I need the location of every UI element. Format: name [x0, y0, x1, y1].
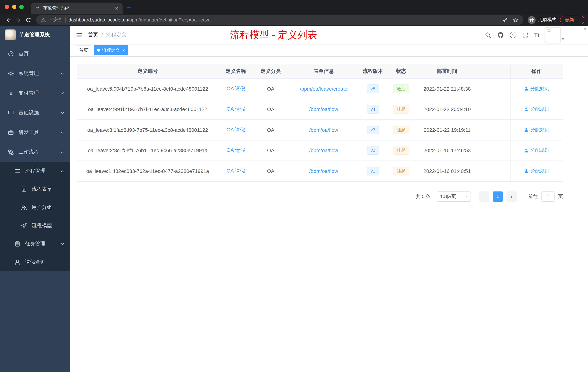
monitor-icon	[8, 110, 14, 116]
assign-rule-link[interactable]: 分配规则	[524, 168, 549, 174]
user-icon	[524, 87, 529, 91]
sidebar-item-process-management[interactable]: 流程管理	[0, 162, 70, 180]
user-icon	[524, 107, 529, 112]
next-page-button[interactable]: ›	[506, 191, 517, 201]
definition-name-link[interactable]: OA 请假	[227, 127, 245, 132]
browser-menu-icon[interactable]: ⋮	[577, 17, 581, 22]
window-close-button[interactable]	[5, 5, 9, 9]
tag-home[interactable]: 首页	[76, 45, 91, 55]
address-bar[interactable]: 不安全 dashboard.yudao.iocoder.cn/bpm/manag…	[36, 15, 523, 25]
favicon-icon	[35, 6, 40, 11]
table-row: oa_leave:4:991f2193-7b7f-11ec-a3c8-acde4…	[77, 99, 563, 120]
main-area: 首页 / 流程定义 流程模型 - 定义列表 ? Tt ▾	[70, 26, 588, 372]
window-zoom-button[interactable]	[19, 5, 24, 9]
document-icon	[21, 186, 27, 192]
sidebar-item-system[interactable]: 系统管理	[0, 64, 70, 83]
reload-button[interactable]	[23, 15, 33, 25]
column-header-category: 定义分类	[253, 68, 288, 75]
new-tab-button[interactable]: +	[127, 3, 131, 10]
github-icon[interactable]	[497, 32, 504, 38]
form-link[interactable]: /bpm/oa/flow	[309, 168, 338, 174]
cell-definition-id: oa_leave:4:991f2193-7b7f-11ec-a3c8-acde4…	[77, 107, 218, 112]
page-number-button[interactable]: 1	[493, 191, 503, 201]
sidebar-item-process-model[interactable]: 流程模型	[0, 217, 70, 235]
incognito-badge: 无痕模式	[528, 16, 556, 24]
panel-caret-icon[interactable]: ▾	[584, 27, 586, 32]
cell-deploy-time: 2022-01-22 20:34:10	[416, 107, 479, 112]
form-link[interactable]: /bpm/oa/flow	[309, 127, 338, 133]
assign-rule-link[interactable]: 分配规则	[524, 106, 549, 113]
browser-tab[interactable]: 芋道管理系统 ×	[31, 2, 123, 14]
sidebar-item-user-group[interactable]: 用户分组	[0, 198, 70, 217]
password-key-icon[interactable]	[502, 17, 508, 23]
back-button[interactable]	[4, 15, 13, 25]
sidebar-item-task-management[interactable]: 任务管理	[0, 235, 70, 253]
sidebar-item-infra[interactable]: 基础设施	[0, 103, 70, 123]
status-badge: 挂起	[393, 146, 409, 155]
sidebar-item-leave-query[interactable]: 请假查询	[0, 253, 70, 271]
text-size-icon[interactable]: Tt	[534, 32, 539, 38]
page-title-annotation: 流程模型 - 定义列表	[230, 28, 317, 42]
fullscreen-icon[interactable]	[522, 32, 529, 38]
dashboard-icon	[8, 51, 14, 57]
chevron-down-icon	[60, 242, 64, 246]
page-unit-label: 页	[558, 193, 563, 200]
avatar-dropdown[interactable]: ▾	[545, 27, 564, 43]
definition-name-link[interactable]: OA 请假	[227, 168, 245, 174]
tag-process-definition[interactable]: 流程定义 ×	[94, 45, 128, 55]
page-size-select[interactable]: 10条/页 ▾	[437, 191, 471, 201]
window-minimize-button[interactable]	[12, 5, 16, 9]
hamburger-icon[interactable]	[76, 32, 83, 38]
version-badge: v4	[367, 105, 379, 114]
avatar[interactable]	[545, 27, 561, 43]
tag-close-icon[interactable]: ×	[122, 48, 125, 53]
breadcrumb-home[interactable]: 首页	[88, 32, 98, 38]
url-path: /bpm/manager/definition?key=oa_leave	[128, 17, 211, 22]
forward-button[interactable]	[13, 15, 23, 25]
help-icon[interactable]: ?	[510, 32, 516, 38]
sidebar-logo[interactable]: 芋道管理系统	[0, 26, 70, 44]
cell-category: OA	[253, 148, 288, 153]
active-dot	[97, 49, 100, 52]
tab-close-icon[interactable]: ×	[115, 5, 118, 11]
chevron-down-icon	[60, 72, 64, 76]
sidebar-item-home[interactable]: 首页	[0, 44, 70, 64]
goto-page-input[interactable]	[541, 191, 555, 201]
yen-icon: ¥	[8, 90, 14, 96]
form-link[interactable]: /bpm/oa/flow	[309, 107, 338, 112]
paper-plane-icon	[21, 223, 27, 229]
column-header-status: 状态	[387, 68, 416, 75]
sidebar-item-devtools[interactable]: 研发工具	[0, 123, 70, 142]
assign-rule-link[interactable]: 分配规则	[524, 147, 549, 154]
definition-name-link[interactable]: OA 请假	[227, 106, 245, 112]
column-header-form: 表单信息	[288, 68, 359, 75]
chrome-update-button[interactable]: 更新 ⋮	[560, 15, 584, 24]
breadcrumb-separator: /	[101, 32, 103, 38]
form-link[interactable]: /bpm/oa/leave/create	[300, 86, 347, 92]
search-icon[interactable]	[485, 32, 492, 38]
prev-page-button[interactable]: ‹	[479, 191, 489, 201]
sidebar-item-payment[interactable]: ¥ 支付管理	[0, 83, 70, 103]
table-row: oa_leave:1:482ec033-762a-11ec-8477-a2380…	[77, 161, 563, 181]
bookmark-star-icon[interactable]	[513, 17, 519, 23]
url-domain: dashboard.yudao.iocoder.cn	[69, 17, 128, 22]
cell-category: OA	[253, 168, 288, 174]
form-link[interactable]: /bpm/oa/flow	[309, 148, 338, 153]
table-row: oa_leave:3:1fad3d93-7b75-11ec-a3c8-acde4…	[77, 120, 563, 140]
sidebar-item-process-form[interactable]: 流程表单	[0, 180, 70, 198]
cell-category: OA	[253, 86, 288, 92]
logo-avatar	[5, 30, 16, 40]
table-header: 定义编号 定义名称 定义分类 表单信息 流程版本 状态 部署时间 操作	[77, 65, 563, 79]
assign-rule-link[interactable]: 分配规则	[524, 86, 549, 92]
definition-name-link[interactable]: OA 请假	[227, 86, 245, 91]
assign-rule-link[interactable]: 分配规则	[524, 127, 549, 133]
chevron-down-icon	[60, 131, 64, 134]
pagination: 共 5 条 10条/页 ▾ ‹ 1 › 前往 页	[77, 191, 563, 201]
version-badge: v1	[367, 167, 379, 175]
cell-definition-id: oa_leave:5:004b710b-7b8a-11ec-8ef0-acde4…	[77, 86, 218, 92]
column-header-version: 流程版本	[359, 68, 387, 75]
caret-down-icon: ▾	[562, 37, 564, 41]
sidebar-item-workflow[interactable]: 工作流程	[0, 142, 70, 162]
definition-name-link[interactable]: OA 请假	[227, 147, 245, 153]
version-badge: v5	[367, 85, 379, 93]
